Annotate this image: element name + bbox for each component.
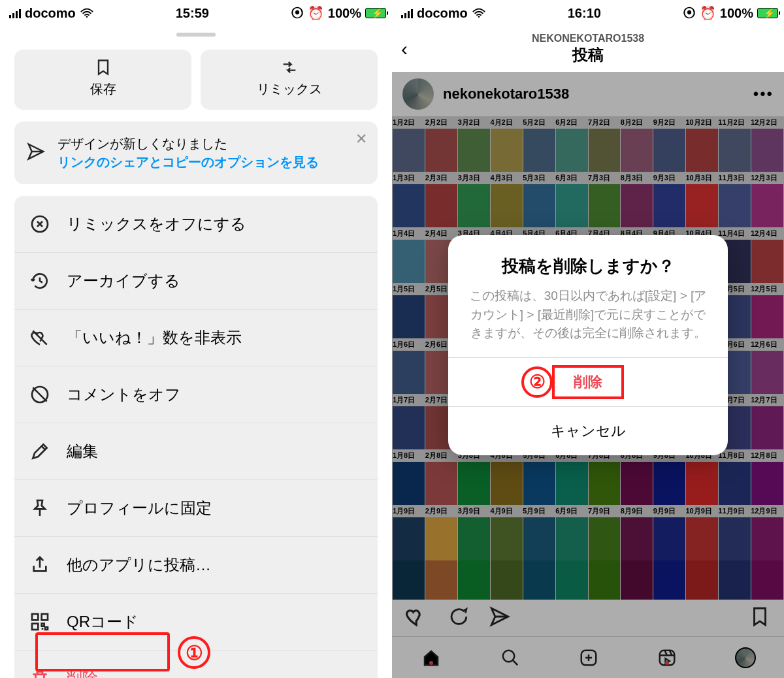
status-bar: docomo 15:59 ⦿ ⏰ 100% ⚡ <box>0 0 392 26</box>
menu-qr[interactable]: QRコード <box>14 594 378 651</box>
dialog-delete-label: 削除 <box>574 374 602 390</box>
info-link[interactable]: リンクのシェアとコピーのオプションを見る <box>57 153 319 171</box>
svg-point-0 <box>86 16 88 18</box>
menu-edit[interactable]: 編集 <box>14 423 378 480</box>
menu-pin[interactable]: プロフィールに固定 <box>14 480 378 537</box>
right-screen: docomo 16:10 ⦿ ⏰ 100% ⚡ ‹ NEKONEKOTARO15… <box>392 0 784 678</box>
menu-delete-label: 削除 <box>67 668 98 678</box>
heart-off-icon <box>29 327 51 349</box>
clock-r: 16:10 <box>568 6 601 21</box>
remix-card[interactable]: リミックス <box>201 50 378 110</box>
nav-subtitle: NEKONEKOTARO1538 <box>532 33 644 44</box>
menu-qr-label: QRコード <box>67 611 139 632</box>
menu-hide-likes[interactable]: 「いいね！」数を非表示 <box>14 310 378 366</box>
menu-archive-label: アーカイブする <box>67 270 180 291</box>
svg-point-6 <box>478 16 480 18</box>
menu-remix-off[interactable]: リミックスをオフにする <box>14 196 378 253</box>
dialog-message: この投稿は、30日以内であれば[設定] > [アカウント] > [最近削除]で元… <box>465 287 711 343</box>
annotation-badge-2: ② <box>521 366 553 398</box>
save-label: 保存 <box>90 80 116 98</box>
svg-rect-3 <box>32 614 38 620</box>
menu-delete[interactable]: 削除 <box>14 651 378 678</box>
remix-icon <box>280 56 299 78</box>
wifi-icon <box>80 8 94 18</box>
menu-share-app[interactable]: 他のアプリに投稿… <box>14 537 378 594</box>
qr-icon <box>29 611 51 633</box>
pin-icon <box>29 497 51 519</box>
bookmark-icon <box>94 56 112 78</box>
carrier-r: docomo <box>417 6 468 21</box>
alarm-icon: ⏰ <box>700 5 716 21</box>
info-banner[interactable]: デザインが新しくなりました リンクのシェアとコピーのオプションを見る ✕ <box>14 121 378 184</box>
sheet-grabber[interactable] <box>176 33 216 37</box>
location-icon: ⦿ <box>683 6 696 21</box>
nav-bar: ‹ NEKONEKOTARO1538 投稿 <box>392 26 784 72</box>
circle-x-icon <box>29 213 51 235</box>
send-icon <box>26 142 46 164</box>
comment-off-icon <box>29 383 51 406</box>
menu-edit-label: 編集 <box>67 441 98 462</box>
menu-list: リミックスをオフにする アーカイブする 「いいね！」数を非表示 コメントをオフ … <box>14 196 378 678</box>
close-icon[interactable]: ✕ <box>355 131 367 148</box>
menu-hide-likes-label: 「いいね！」数を非表示 <box>67 327 242 348</box>
battery-pct: 100% <box>328 6 361 21</box>
alarm-icon: ⏰ <box>308 5 324 21</box>
save-card[interactable]: 保存 <box>14 50 191 110</box>
carrier: docomo <box>25 6 76 21</box>
back-button[interactable]: ‹ <box>401 38 408 60</box>
menu-comments-off[interactable]: コメントをオフ <box>14 366 378 423</box>
dialog-title: 投稿を削除しますか？ <box>465 255 711 278</box>
clock: 15:59 <box>176 6 209 21</box>
info-text-line1: デザインが新しくなりました <box>57 135 319 153</box>
wifi-icon <box>472 8 486 18</box>
menu-comments-off-label: コメントをオフ <box>67 384 181 405</box>
remix-label: リミックス <box>257 80 322 98</box>
location-icon: ⦿ <box>291 6 304 21</box>
trash-icon <box>29 668 51 678</box>
signal-icon <box>401 8 413 18</box>
dialog-cancel-label: キャンセル <box>551 423 626 439</box>
left-screen: docomo 15:59 ⦿ ⏰ 100% ⚡ 保存 リミックス デザイン <box>0 0 392 678</box>
nav-title: 投稿 <box>532 44 644 65</box>
charging-icon: ⚡ <box>372 8 383 18</box>
svg-rect-4 <box>42 614 48 620</box>
charging-icon: ⚡ <box>764 8 775 18</box>
menu-remix-off-label: リミックスをオフにする <box>67 214 246 234</box>
signal-icon <box>9 8 21 18</box>
menu-pin-label: プロフィールに固定 <box>67 498 212 519</box>
status-bar-r: docomo 16:10 ⦿ ⏰ 100% ⚡ <box>392 0 784 26</box>
svg-rect-5 <box>32 624 38 630</box>
dialog-cancel-button[interactable]: キャンセル <box>448 406 728 455</box>
share-icon <box>29 554 51 576</box>
history-icon <box>29 270 51 292</box>
battery-pct-r: 100% <box>720 6 753 21</box>
menu-archive[interactable]: アーカイブする <box>14 253 378 310</box>
delete-dialog: 投稿を削除しますか？ この投稿は、30日以内であれば[設定] > [アカウント]… <box>448 235 728 455</box>
menu-share-app-label: 他のアプリに投稿… <box>67 555 211 575</box>
dialog-delete-button[interactable]: 削除 ② <box>448 357 728 406</box>
action-sheet: 保存 リミックス デザインが新しくなりました リンクのシェアとコピーのオプション… <box>5 26 387 678</box>
pencil-icon <box>29 440 51 462</box>
